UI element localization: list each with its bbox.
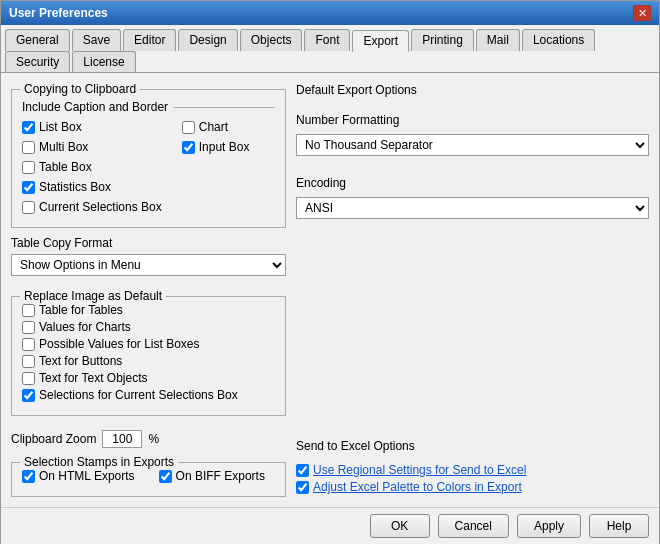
content-area: Copying to Clipboard Include Caption and…: [1, 73, 659, 507]
checkbox-row: Statistics Box: [22, 180, 162, 194]
checkbox-current-selections-box[interactable]: [22, 201, 35, 214]
checkbox-row: List Box: [22, 120, 162, 134]
checkbox-row: Table Box: [22, 160, 162, 174]
tab-design[interactable]: Design: [178, 29, 237, 51]
excel-checkbox-adjust-excel-palette-to-colors-in-export[interactable]: [296, 481, 309, 494]
replace-checkbox-row: Values for Charts: [22, 320, 275, 334]
checkbox-row: Multi Box: [22, 140, 162, 154]
checkbox-row: Chart: [182, 120, 250, 134]
checkbox-multi-box[interactable]: [22, 141, 35, 154]
help-button[interactable]: Help: [589, 514, 649, 538]
replace-checkbox-label: Selections for Current Selections Box: [39, 388, 238, 402]
stamp-checkbox-row: On BIFF Exports: [159, 469, 265, 483]
replace-checkboxes-container: Table for TablesValues for ChartsPossibl…: [22, 303, 275, 402]
replace-checkbox-possible-values-for-list-boxes[interactable]: [22, 338, 35, 351]
replace-checkbox-row: Text for Buttons: [22, 354, 275, 368]
checkbox-row: Input Box: [182, 140, 250, 154]
number-formatting-group: Number Formatting No Thousand SeparatorU…: [296, 113, 649, 156]
apply-button[interactable]: Apply: [517, 514, 581, 538]
table-copy-format-label: Table Copy Format: [11, 236, 286, 250]
checkbox-list-box[interactable]: [22, 121, 35, 134]
divider: [174, 107, 275, 108]
replace-checkbox-text-for-buttons[interactable]: [22, 355, 35, 368]
number-formatting-label: Number Formatting: [296, 113, 649, 127]
close-button[interactable]: ✕: [633, 5, 651, 21]
checkbox-label: Input Box: [199, 140, 250, 154]
encoding-group: Encoding ANSIUTF-8UTF-16ISO-8859-1: [296, 176, 649, 219]
clipboard-zoom-row: Clipboard Zoom %: [11, 430, 286, 448]
replace-checkbox-row: Table for Tables: [22, 303, 275, 317]
tab-objects[interactable]: Objects: [240, 29, 303, 51]
cancel-button[interactable]: Cancel: [438, 514, 509, 538]
send-to-excel-title: Send to Excel Options: [296, 439, 649, 453]
replace-checkbox-values-for-charts[interactable]: [22, 321, 35, 334]
tab-license[interactable]: License: [72, 51, 135, 72]
bottom-buttons: OK Cancel Apply Help: [1, 507, 659, 544]
encoding-label: Encoding: [296, 176, 649, 190]
include-caption-divider: Include Caption and Border: [22, 100, 275, 114]
checkbox-input-box[interactable]: [182, 141, 195, 154]
tabs-container: GeneralSaveEditorDesignObjectsFontExport…: [1, 25, 659, 73]
default-export-title: Default Export Options: [296, 83, 649, 97]
user-preferences-window: User Preferences ✕ GeneralSaveEditorDesi…: [0, 0, 660, 544]
selection-stamps-group: Selection Stamps in Exports On HTML Expo…: [11, 462, 286, 497]
replace-checkbox-row: Selections for Current Selections Box: [22, 388, 275, 402]
checkbox-label: Multi Box: [39, 140, 88, 154]
replace-checkbox-label: Possible Values for List Boxes: [39, 337, 200, 351]
stamps-row: On HTML ExportsOn BIFF Exports: [22, 469, 275, 486]
copying-clipboard-group: Copying to Clipboard Include Caption and…: [11, 89, 286, 228]
tab-general[interactable]: General: [5, 29, 70, 51]
checkbox-label: Chart: [199, 120, 228, 134]
caption-checkboxes-right-col: ChartInput Box: [182, 120, 250, 217]
checkbox-chart[interactable]: [182, 121, 195, 134]
tab-locations[interactable]: Locations: [522, 29, 595, 51]
encoding-select[interactable]: ANSIUTF-8UTF-16ISO-8859-1: [296, 197, 649, 219]
tab-font[interactable]: Font: [304, 29, 350, 51]
tab-editor[interactable]: Editor: [123, 29, 176, 51]
caption-checkboxes-two-col: List BoxMulti BoxTable BoxStatistics Box…: [22, 120, 275, 217]
selection-stamps-title: Selection Stamps in Exports: [20, 455, 178, 469]
replace-checkbox-label: Values for Charts: [39, 320, 131, 334]
checkbox-label: Current Selections Box: [39, 200, 162, 214]
clipboard-zoom-input[interactable]: [102, 430, 142, 448]
number-formatting-select[interactable]: No Thousand SeparatorUse Thousand Separa…: [296, 134, 649, 156]
caption-checkboxes-left-col: List BoxMulti BoxTable BoxStatistics Box…: [22, 120, 162, 217]
checkbox-row: Current Selections Box: [22, 200, 162, 214]
replace-checkbox-row: Possible Values for List Boxes: [22, 337, 275, 351]
copying-clipboard-title: Copying to Clipboard: [20, 82, 140, 96]
right-panel: Default Export Options Number Formatting…: [296, 83, 649, 497]
replace-checkbox-table-for-tables[interactable]: [22, 304, 35, 317]
stamp-label: On BIFF Exports: [176, 469, 265, 483]
title-bar: User Preferences ✕: [1, 1, 659, 25]
spacer: [296, 243, 649, 429]
stamp-checkbox-row: On HTML Exports: [22, 469, 135, 483]
window-title: User Preferences: [9, 6, 108, 20]
excel-checkbox-row: Use Regional Settings for Send to Excel: [296, 463, 649, 477]
tab-security[interactable]: Security: [5, 51, 70, 72]
tab-mail[interactable]: Mail: [476, 29, 520, 51]
send-to-excel-group: Send to Excel Options Use Regional Setti…: [296, 439, 649, 497]
replace-checkbox-row: Text for Text Objects: [22, 371, 275, 385]
tab-export[interactable]: Export: [352, 30, 409, 52]
excel-checkboxes-container: Use Regional Settings for Send to ExcelA…: [296, 463, 649, 497]
checkbox-label: Statistics Box: [39, 180, 111, 194]
stamp-checkbox-on-html-exports[interactable]: [22, 470, 35, 483]
checkbox-table-box[interactable]: [22, 161, 35, 174]
replace-checkbox-label: Table for Tables: [39, 303, 123, 317]
excel-checkbox-row: Adjust Excel Palette to Colors in Export: [296, 480, 649, 494]
left-panel: Copying to Clipboard Include Caption and…: [11, 83, 286, 497]
replace-checkbox-selections-for-current-selections-box[interactable]: [22, 389, 35, 402]
checkbox-statistics-box[interactable]: [22, 181, 35, 194]
checkbox-label: List Box: [39, 120, 82, 134]
table-copy-format-select[interactable]: Show Options in MenuHTMLPlain TextCSV: [11, 254, 286, 276]
clipboard-zoom-unit: %: [148, 432, 159, 446]
table-copy-format-dropdown-container: Show Options in MenuHTMLPlain TextCSV: [11, 254, 286, 276]
excel-checkbox-use-regional-settings-for-send-to-excel[interactable]: [296, 464, 309, 477]
tab-save[interactable]: Save: [72, 29, 121, 51]
replace-checkbox-text-for-text-objects[interactable]: [22, 372, 35, 385]
tab-printing[interactable]: Printing: [411, 29, 474, 51]
stamp-label: On HTML Exports: [39, 469, 135, 483]
ok-button[interactable]: OK: [370, 514, 430, 538]
include-caption-label: Include Caption and Border: [22, 100, 168, 114]
stamp-checkbox-on-biff-exports[interactable]: [159, 470, 172, 483]
